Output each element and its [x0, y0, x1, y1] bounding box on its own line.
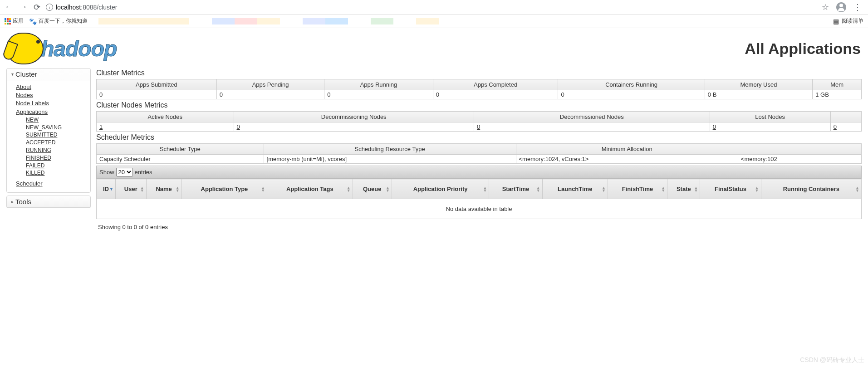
val-minimum-allocation: <memory:1024, vCores:1>: [516, 155, 738, 164]
val-apps-submitted: 0: [97, 90, 217, 99]
col-queue[interactable]: Queue▲▼: [353, 179, 392, 199]
apps-grid-icon: [5, 18, 11, 24]
sidebar-item-scheduler[interactable]: Scheduler: [16, 180, 86, 188]
sidebar-group-tools[interactable]: ▸ Tools: [7, 196, 90, 208]
star-icon[interactable]: ☆: [822, 2, 829, 12]
back-button[interactable]: ←: [5, 2, 13, 12]
col-active-nodes[interactable]: Active Nodes: [97, 112, 234, 122]
sidebar-item-node-labels[interactable]: Node Labels: [16, 99, 86, 108]
bookmark-label: 百度一下，你就知道: [39, 17, 88, 25]
url-host: localhost: [56, 4, 81, 11]
val-decommissioning-nodes[interactable]: 0: [234, 122, 474, 132]
col-application-type[interactable]: Application Type▲▼: [181, 179, 267, 199]
col-decommissioning-nodes[interactable]: Decommissioning Nodes: [234, 112, 474, 122]
col-apps-completed[interactable]: Apps Completed: [433, 79, 558, 90]
col-memory-used[interactable]: Memory Used: [705, 79, 812, 90]
sidebar-group-label: Cluster: [15, 70, 37, 78]
val-extra[interactable]: 0: [830, 122, 861, 132]
col-containers-running[interactable]: Containers Running: [558, 79, 705, 90]
col-scheduler-type[interactable]: Scheduler Type: [97, 144, 264, 155]
hadoop-logo[interactable]: hadoop: [7, 33, 117, 64]
val-scheduling-resource-type: [memory-mb (unit=Mi), vcores]: [264, 155, 516, 164]
sidebar-item-about[interactable]: About: [16, 83, 86, 91]
scheduler-metrics-title: Scheduler Metrics: [96, 133, 862, 142]
page-title: All Applications: [745, 40, 861, 58]
col-minimum-allocation[interactable]: Minimum Allocation: [516, 144, 738, 155]
sidebar-item-accepted[interactable]: ACCEPTED: [26, 139, 86, 147]
col-apps-submitted[interactable]: Apps Submitted: [97, 79, 217, 90]
baidu-icon: 🐾: [29, 18, 37, 25]
col-id[interactable]: ID▼: [97, 179, 116, 199]
val-apps-pending: 0: [216, 90, 324, 99]
entries-select[interactable]: 20: [116, 168, 133, 176]
sidebar-item-new[interactable]: NEW: [26, 116, 86, 124]
col-name[interactable]: Name▲▼: [146, 179, 181, 199]
apps-label: 应用: [13, 17, 24, 25]
sidebar-item-applications[interactable]: Applications: [16, 108, 86, 116]
entries-selector-bar: Show 20 entries: [96, 166, 862, 179]
sidebar-item-failed[interactable]: FAILED: [26, 162, 86, 170]
cluster-metrics-title: Cluster Metrics: [96, 69, 862, 77]
col-user[interactable]: User▲▼: [115, 179, 146, 199]
site-info-icon[interactable]: i: [46, 4, 53, 11]
col-apps-running[interactable]: Apps Running: [324, 79, 433, 90]
sidebar-item-running[interactable]: RUNNING: [26, 147, 86, 154]
sidebar-group-cluster[interactable]: ▾ Cluster: [7, 69, 90, 80]
val-decommissioned-nodes[interactable]: 0: [474, 122, 710, 132]
col-extra[interactable]: [830, 112, 861, 122]
show-label: Show: [99, 169, 114, 176]
col-scheduling-resource-type[interactable]: Scheduling Resource Type: [264, 144, 516, 155]
cluster-nodes-metrics-title: Cluster Nodes Metrics: [96, 101, 862, 109]
val-extra: <memory:102: [738, 155, 861, 164]
val-mem: 1 GB: [813, 90, 862, 99]
elephant-icon: [7, 33, 44, 64]
bookmarks-bar: 应用 🐾 百度一下，你就知道 ▤ 阅读清单: [0, 15, 868, 28]
bookmark-folders: [98, 18, 439, 24]
sort-desc-icon: ▼: [109, 188, 113, 191]
bookmark-baidu[interactable]: 🐾 百度一下，你就知道: [29, 17, 88, 25]
no-data-message: No data available in table: [97, 199, 862, 219]
entries-label: entries: [135, 169, 152, 176]
chrome-apps-button[interactable]: 应用: [5, 17, 24, 25]
profile-avatar-icon[interactable]: [836, 2, 846, 12]
col-finalstatus[interactable]: FinalStatus▲▼: [700, 179, 761, 199]
menu-icon[interactable]: ⋮: [853, 2, 862, 12]
scheduler-metrics-table: Scheduler Type Scheduling Resource Type …: [96, 143, 862, 164]
sidebar-item-nodes[interactable]: Nodes: [16, 91, 86, 99]
col-state[interactable]: State▲▼: [667, 179, 700, 199]
sidebar-item-submitted[interactable]: SUBMITTED: [26, 131, 86, 139]
main-content: Cluster Metrics Apps Submitted Apps Pend…: [96, 68, 862, 235]
col-running-containers[interactable]: Running Containers▲▼: [761, 179, 862, 199]
reload-button[interactable]: ⟳: [34, 2, 40, 12]
val-active-nodes[interactable]: 1: [97, 122, 234, 132]
sidebar-item-killed[interactable]: KILLED: [26, 169, 86, 177]
chevron-down-icon: ▾: [11, 72, 14, 77]
sidebar-item-new-saving[interactable]: NEW_SAVING: [26, 124, 86, 132]
applications-table: ID▼ User▲▼ Name▲▼ Application Type▲▼ App…: [96, 179, 862, 219]
col-extra[interactable]: [738, 144, 861, 155]
sidebar-group-label: Tools: [15, 198, 31, 206]
val-lost-nodes[interactable]: 0: [710, 122, 830, 132]
forward-button[interactable]: →: [19, 2, 27, 12]
sidebar-item-finished[interactable]: FINISHED: [26, 154, 86, 162]
reading-list-icon: ▤: [833, 18, 839, 25]
address-bar[interactable]: i localhost:8088/cluster: [46, 4, 822, 11]
col-decommissioned-nodes[interactable]: Decommissioned Nodes: [474, 112, 710, 122]
cluster-metrics-table: Apps Submitted Apps Pending Apps Running…: [96, 79, 862, 99]
col-starttime[interactable]: StartTime▲▼: [489, 179, 542, 199]
browser-toolbar: ← → ⟳ i localhost:8088/cluster ☆ ⋮: [0, 0, 868, 15]
val-containers-running: 0: [558, 90, 705, 99]
val-apps-running: 0: [324, 90, 433, 99]
col-application-tags[interactable]: Application Tags▲▼: [267, 179, 353, 199]
col-application-priority[interactable]: Application Priority▲▼: [392, 179, 489, 199]
cluster-nodes-metrics-table: Active Nodes Decommissioning Nodes Decom…: [96, 111, 862, 132]
col-finishtime[interactable]: FinishTime▲▼: [608, 179, 667, 199]
col-apps-pending[interactable]: Apps Pending: [216, 79, 324, 90]
logo-text: hadoop: [41, 36, 117, 61]
col-lost-nodes[interactable]: Lost Nodes: [710, 112, 830, 122]
val-memory-used: 0 B: [705, 90, 812, 99]
reading-list-button[interactable]: 阅读清单: [842, 17, 863, 25]
col-launchtime[interactable]: LaunchTime▲▼: [542, 179, 608, 199]
col-mem[interactable]: Mem: [813, 79, 862, 90]
url-path: :8088/cluster: [81, 4, 117, 11]
